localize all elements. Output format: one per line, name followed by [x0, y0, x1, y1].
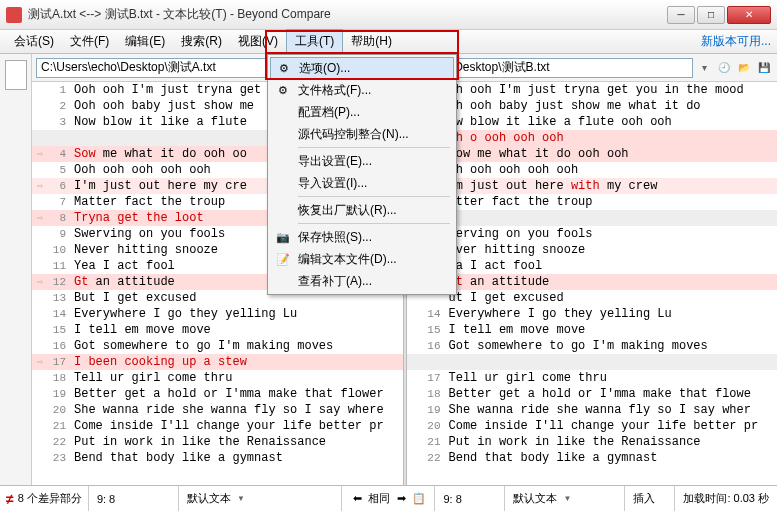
menu-视图[interactable]: 视图(V): [230, 30, 286, 53]
maximize-button[interactable]: □: [697, 6, 725, 24]
line-text: werving on you fools: [445, 227, 593, 241]
code-line[interactable]: 21Put in work in like the Renaissance: [407, 434, 778, 450]
code-line[interactable]: 17Tell ur girl come thru: [407, 370, 778, 386]
code-line[interactable]: ea I act fool: [407, 258, 778, 274]
menu-文件[interactable]: 文件(F): [62, 30, 117, 53]
thumbnail[interactable]: [5, 60, 27, 90]
code-line[interactable]: ever hitting snooze: [407, 242, 778, 258]
line-text: Ooh ooh baby just show me: [70, 99, 254, 113]
code-line[interactable]: 14Everywhere I go they yelling Lu: [407, 306, 778, 322]
history-icon[interactable]: 🕘: [715, 59, 733, 77]
code-line[interactable]: 'm just out here with my crew: [407, 178, 778, 194]
code-line[interactable]: now me what it do ooh ooh: [407, 146, 778, 162]
line-number: 11: [48, 260, 70, 272]
menu-item[interactable]: 导入设置(I)...: [270, 172, 454, 194]
code-line[interactable]: oh ooh ooh ooh ooh: [407, 162, 778, 178]
right-path-row: ▾ 🕘 📂 💾: [407, 54, 778, 82]
menu-item[interactable]: 📝编辑文本文件(D)...: [270, 248, 454, 270]
code-line[interactable]: ut I get excused: [407, 290, 778, 306]
line-text: Put in work in like the Renaissance: [70, 435, 326, 449]
code-line[interactable]: 19Better get a hold or I'mma make that f…: [32, 386, 403, 402]
compare-mode[interactable]: ⬅ 相同 ➡ 📋: [342, 486, 435, 511]
line-number: 20: [48, 404, 70, 416]
code-line[interactable]: 21Come inside I'll change your life bett…: [32, 418, 403, 434]
close-button[interactable]: ✕: [727, 6, 771, 24]
menu-separator: [298, 147, 450, 148]
window-title: 测试A.txt <--> 测试B.txt - 文本比较(T) - Beyond …: [28, 6, 667, 23]
menu-搜索[interactable]: 搜索(R): [173, 30, 230, 53]
line-text: oh ooh I'm just tryna get you in the moo…: [445, 83, 744, 97]
line-number: 9: [48, 228, 70, 240]
left-cursor-pos: 9: 8: [89, 486, 179, 511]
minimize-button[interactable]: ─: [667, 6, 695, 24]
code-line[interactable]: 19She wanna ride she wanna fly so I say …: [407, 402, 778, 418]
code-line[interactable]: 23Bend that body like a gymnast: [32, 450, 403, 466]
code-line[interactable]: oh o ooh ooh ooh: [407, 130, 778, 146]
menu-帮助[interactable]: 帮助(H): [343, 30, 400, 53]
menu-item[interactable]: 恢复出厂默认(R)...: [270, 199, 454, 221]
code-line[interactable]: 16Got somewhere to go I'm making moves: [407, 338, 778, 354]
line-text: 'm just out here with my crew: [445, 179, 658, 193]
line-text: She wanna ride she wanna fly so I say wh…: [70, 403, 384, 417]
code-line[interactable]: 22Put in work in like the Renaissance: [32, 434, 403, 450]
folder-open-icon[interactable]: 📂: [735, 59, 753, 77]
menu-item[interactable]: 导出设置(E)...: [270, 150, 454, 172]
code-line[interactable]: [407, 210, 778, 226]
code-line[interactable]: 16Got somewhere to go I'm making moves: [32, 338, 403, 354]
line-number: 13: [48, 292, 70, 304]
diff-arrow-icon: ⇨: [32, 356, 48, 368]
copy-icon[interactable]: 📋: [412, 492, 426, 506]
code-line[interactable]: 20She wanna ride she wanna fly so I say …: [32, 402, 403, 418]
code-line[interactable]: 20Come inside I'll change your life bett…: [407, 418, 778, 434]
line-number: 6: [48, 180, 70, 192]
right-arrow-icon[interactable]: ➡: [394, 492, 408, 506]
code-line[interactable]: 22Bend that body like a gymnast: [407, 450, 778, 466]
line-number: 23: [48, 452, 70, 464]
save-icon[interactable]: 💾: [755, 59, 773, 77]
menu-item[interactable]: 查看补丁(A)...: [270, 270, 454, 292]
diff-count-label: 8 个差异部分: [18, 491, 82, 506]
left-encoding[interactable]: 默认文本▼: [179, 486, 343, 511]
code-line[interactable]: atter fact the troup: [407, 194, 778, 210]
right-encoding[interactable]: 默认文本▼: [505, 486, 625, 511]
menu-item-label: 编辑文本文件(D)...: [298, 251, 397, 268]
menu-item-label: 导出设置(E)...: [298, 153, 372, 170]
menu-item[interactable]: 源代码控制整合(N)...: [270, 123, 454, 145]
menu-会话[interactable]: 会话(S): [6, 30, 62, 53]
code-line[interactable]: werving on you fools: [407, 226, 778, 242]
code-line[interactable]: oh ooh baby just show me what it do: [407, 98, 778, 114]
diff-summary: ≠ 8 个差异部分: [0, 486, 89, 511]
menu-item[interactable]: 配置档(P)...: [270, 101, 454, 123]
line-text: Ooh ooh ooh ooh ooh: [70, 163, 211, 177]
menu-工具[interactable]: 工具(T): [286, 29, 343, 54]
line-number: 21: [423, 436, 445, 448]
diff-arrow-icon: ⇨: [32, 276, 48, 288]
line-text: Swerving on you fools: [70, 227, 225, 241]
right-code-area[interactable]: oh ooh I'm just tryna get you in the moo…: [407, 82, 778, 485]
code-line[interactable]: 18Better get a hold or I'mma make that f…: [407, 386, 778, 402]
line-text: Got somewhere to go I'm making moves: [70, 339, 333, 353]
code-line[interactable]: [407, 354, 778, 370]
menu-编辑[interactable]: 编辑(E): [117, 30, 173, 53]
code-line[interactable]: oh ooh I'm just tryna get you in the moo…: [407, 82, 778, 98]
code-line[interactable]: 15I tell em move move: [407, 322, 778, 338]
menu-item[interactable]: ⚙选项(O)...: [270, 57, 454, 79]
dropdown-icon[interactable]: ▾: [695, 59, 713, 77]
code-line[interactable]: 18Tell ur girl come thru: [32, 370, 403, 386]
code-line[interactable]: ot an attitude: [407, 274, 778, 290]
line-number: 17: [48, 356, 70, 368]
line-text: Better get a hold or I'mma make that flo…: [70, 387, 384, 401]
left-arrow-icon[interactable]: ⬅: [350, 492, 364, 506]
thumbnail-strip: [0, 54, 32, 485]
menu-item[interactable]: ⚙文件格式(F)...: [270, 79, 454, 101]
code-line[interactable]: 14Everywhere I go they yelling Lu: [32, 306, 403, 322]
code-line[interactable]: 15I tell em move move: [32, 322, 403, 338]
code-line[interactable]: ⇨17I been cooking up a stew: [32, 354, 403, 370]
line-text: oh ooh baby just show me what it do: [445, 99, 701, 113]
code-line[interactable]: ow blow it like a flute ooh ooh: [407, 114, 778, 130]
insert-mode[interactable]: 插入: [625, 486, 675, 511]
line-text: Tell ur girl come thru: [445, 371, 607, 385]
menu-item[interactable]: 📷保存快照(S)...: [270, 226, 454, 248]
new-version-link[interactable]: 新版本可用...: [701, 33, 771, 50]
menu-item-label: 选项(O)...: [299, 60, 350, 77]
